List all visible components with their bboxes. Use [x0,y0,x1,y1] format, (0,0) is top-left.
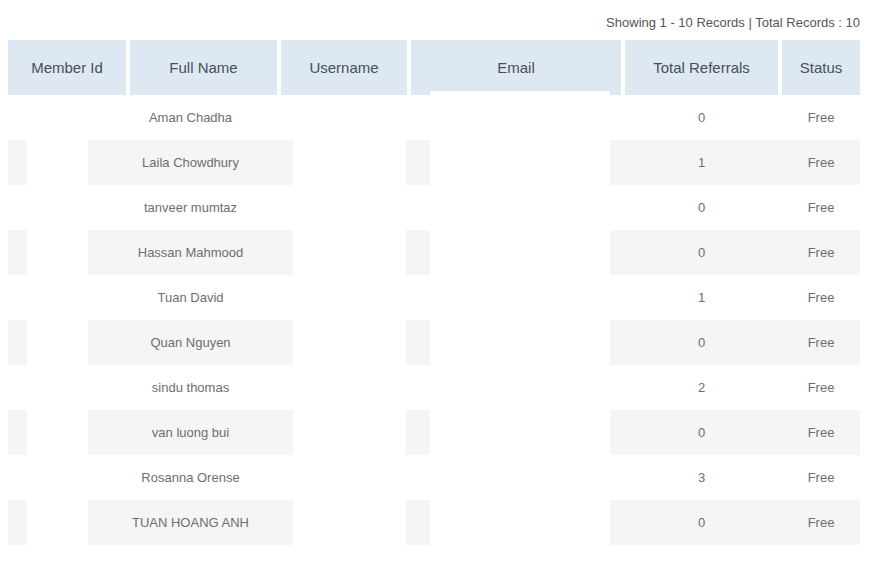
email-redaction-box [430,230,610,275]
username-redaction-box [293,365,406,410]
members-table: Member IdFull NameUsernameEmailTotal Ref… [8,40,860,545]
email-redaction-box [430,320,610,365]
total-referrals-cell: 1 [625,140,778,185]
total-referrals-cell: 1 [625,275,778,320]
username-redaction-box [293,410,406,455]
table-row[interactable]: Quan Nguyen 0 Free [8,320,860,365]
table-row[interactable]: sindu thomas 2 Free [8,365,860,410]
column-header-status: Status [782,40,860,95]
table-row[interactable]: van luong bui 0 Free [8,410,860,455]
status-cell: Free [782,320,860,365]
members-page: Showing 1 - 10 Records | Total Records :… [0,0,875,569]
table-row[interactable]: Hassan Mahmood 0 Free [8,230,860,275]
full-name-cell: TUAN HOANG ANH [88,500,293,545]
table-row[interactable]: tanveer mumtaz 0 Free [8,185,860,230]
status-cell: Free [782,95,860,140]
username-redaction-box [293,95,406,140]
member-id-redaction-box [27,275,88,320]
email-redaction-box [430,365,610,410]
email-redaction-box [430,275,610,320]
table-header: Member IdFull NameUsernameEmailTotal Ref… [8,40,860,95]
total-referrals-cell: 0 [625,185,778,230]
full-name-cell: Rosanna Orense [88,455,293,500]
member-id-redaction-box [27,185,88,230]
records-count-info: Showing 1 - 10 Records | Total Records :… [606,15,860,30]
email-redaction-box [430,140,610,185]
status-cell: Free [782,455,860,500]
full-name-cell: Tuan David [88,275,293,320]
username-redaction-box [293,230,406,275]
member-id-redaction-box [27,320,88,365]
table-row[interactable]: TUAN HOANG ANH 0 Free [8,500,860,545]
member-id-redaction-box [27,140,88,185]
status-cell: Free [782,185,860,230]
email-redaction-box [430,455,610,500]
status-cell: Free [782,410,860,455]
full-name-cell: Aman Chadha [88,95,293,140]
status-cell: Free [782,140,860,185]
full-name-cell: Quan Nguyen [88,320,293,365]
username-redaction-box [293,455,406,500]
username-redaction-box [293,185,406,230]
column-header-full-name: Full Name [130,40,277,95]
total-referrals-cell: 0 [625,500,778,545]
column-header-total-referrals: Total Referrals [625,40,778,95]
total-referrals-cell: 0 [625,320,778,365]
full-name-cell: tanveer mumtaz [88,185,293,230]
member-id-redaction-box [27,230,88,275]
column-header-username: Username [281,40,407,95]
table-row[interactable]: Aman Chadha 0 Free [8,95,860,140]
username-redaction-box [293,500,406,545]
full-name-cell: Laila Chowdhury [88,140,293,185]
table-row[interactable]: Tuan David 1 Free [8,275,860,320]
table-row[interactable]: Laila Chowdhury 1 Free [8,140,860,185]
member-id-redaction-box [27,365,88,410]
table-row[interactable]: Rosanna Orense 3 Free [8,455,860,500]
status-cell: Free [782,275,860,320]
total-referrals-cell: 2 [625,365,778,410]
column-header-email: Email [411,40,621,95]
total-referrals-cell: 0 [625,410,778,455]
total-referrals-cell: 0 [625,230,778,275]
email-redaction-box [430,91,610,140]
full-name-cell: van luong bui [88,410,293,455]
total-referrals-cell: 0 [625,95,778,140]
username-redaction-box [293,275,406,320]
username-redaction-box [293,140,406,185]
member-id-redaction-box [27,455,88,500]
status-cell: Free [782,365,860,410]
email-redaction-box [430,185,610,230]
full-name-cell: Hassan Mahmood [88,230,293,275]
status-cell: Free [782,500,860,545]
total-referrals-cell: 3 [625,455,778,500]
table-body: Aman Chadha 0 Free Laila Chowdhury 1 Fre… [8,95,860,545]
email-redaction-box [430,410,610,455]
status-cell: Free [782,230,860,275]
member-id-redaction-box [27,410,88,455]
member-id-redaction-box [27,95,88,140]
member-id-redaction-box [27,500,88,545]
full-name-cell: sindu thomas [88,365,293,410]
email-redaction-box [430,500,610,545]
username-redaction-box [293,320,406,365]
column-header-member-id: Member Id [8,40,126,95]
